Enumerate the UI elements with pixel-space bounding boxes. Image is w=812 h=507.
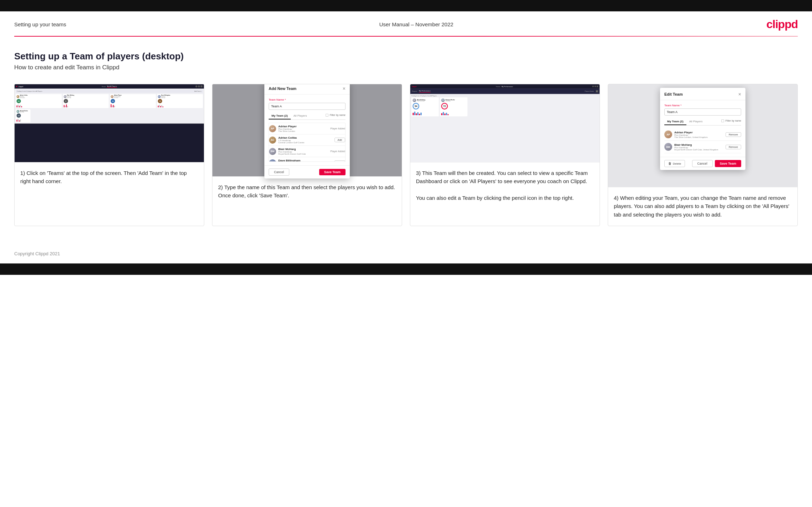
player-detail-1b: The Shire London	[278, 130, 328, 132]
modal-4-close-icon[interactable]: ×	[738, 91, 741, 97]
sc3-icon-2	[595, 86, 596, 87]
modal-4-header: Edit Team ×	[660, 88, 745, 100]
sc3-nav-teams: Teams	[496, 86, 500, 87]
card-3-text: 3) This Team will then be created. You c…	[410, 162, 600, 226]
player-item-4: DB Dave Billingham 3.5 Handicap The Dog …	[269, 157, 345, 162]
sc1-bars-4	[158, 104, 202, 107]
sc3-subnav: Players My Performance Players Details ✏	[410, 89, 600, 94]
modal-tabs: My Team (2) All Players Filter by name	[269, 113, 346, 120]
remove-player-1-button[interactable]: Remove	[726, 132, 741, 137]
sc3-topbar: clippd Teams My Performance	[410, 84, 600, 89]
sc3-player-cards: BM Blair McHarg Plus Handicap 94	[411, 97, 599, 116]
edit-player-name-2: Blair McHarg	[674, 143, 723, 146]
sc1-player-3: AP Adrian Player Plus Handicap The Shire…	[110, 94, 156, 108]
sc3-bars-left	[413, 110, 438, 115]
main-content: Setting up a Team of players (desktop) H…	[0, 37, 812, 244]
sc1-bars-3	[111, 104, 155, 107]
filter-4-label: Filter by name	[726, 119, 741, 122]
player-avatar-1: AP	[269, 125, 276, 132]
cards-row: clippd Home My All Players Fin	[14, 84, 798, 226]
modal-close-icon[interactable]: ×	[343, 86, 346, 91]
sc3-icon-1	[592, 86, 594, 87]
player-name-3: Blair McHarg	[278, 148, 328, 151]
clippd-logo: clippd	[766, 18, 798, 31]
sc1-player-2: BM Blair McHarg Handicap Golf Club 0	[63, 94, 109, 108]
player-info-1: Adrian Player Plus Handicap The Shire Lo…	[278, 125, 328, 132]
tab-all-players[interactable]: All Players	[291, 113, 310, 119]
page-subtitle: How to create and edit Teams in Clippd	[14, 64, 798, 71]
cancel-button[interactable]: Cancel	[269, 169, 289, 176]
card-3: clippd Teams My Performance	[410, 84, 600, 226]
player-status-1: Player Added	[330, 127, 345, 130]
sc1-avatar-2: BM	[64, 95, 67, 98]
player-avatar-2: AC	[269, 137, 276, 144]
nav-home: Home	[102, 86, 106, 87]
tab-my-team[interactable]: My Team (2)	[269, 113, 291, 119]
edit-player-item-1: AP Adrian Player Plus Handicap The Shire…	[664, 128, 741, 141]
delete-button[interactable]: 🗑 Delete	[664, 160, 685, 167]
sc1-score-2: 0	[64, 99, 68, 103]
save-team-button-4[interactable]: Save Team	[715, 160, 741, 167]
edit-team-modal: Edit Team × Team Name * My Team (2) All …	[660, 88, 745, 170]
add-player-2-button[interactable]: Add	[334, 138, 345, 142]
modal-4-footer: 🗑 Delete Cancel Save Team	[660, 157, 745, 170]
nav-logo: clippd	[19, 86, 23, 87]
player-item-2: AC Adrian Coliba 1.5 Handicap Central Lo…	[269, 134, 345, 146]
header: Setting up your teams User Manual – Nove…	[0, 11, 812, 36]
player-item-3: BM Blair McHarg Plus Handicap Royal Nort…	[269, 146, 345, 157]
sc1-avatar-1: AC	[17, 95, 20, 98]
top-bar	[0, 0, 812, 11]
filter-4-checkbox[interactable]	[721, 119, 724, 122]
player-status-3: Player Added	[330, 150, 345, 153]
sc1-avatar-5: RB	[17, 110, 20, 113]
sc3-bars-right	[441, 110, 466, 115]
sc3-nav-item-1: Players	[412, 90, 417, 92]
sc3-filter-label: Players Details	[585, 91, 594, 92]
page-footer: Copyright Clippd 2021	[0, 244, 812, 263]
copyright-text: Copyright Clippd 2021	[14, 251, 60, 256]
player-info-2: Adrian Coliba 1.5 Handicap Central Londo…	[278, 136, 332, 144]
sc3-pencil-icon: ✏	[596, 90, 599, 93]
team-name-input[interactable]	[269, 103, 346, 110]
sc1-score-5: 72	[17, 113, 21, 118]
sc3-player-left: BM Blair McHarg Plus Handicap 94	[411, 97, 439, 116]
remove-player-2-button[interactable]: Remove	[726, 145, 741, 149]
sc3-icon-3	[597, 86, 598, 87]
cancel-button-4[interactable]: Cancel	[692, 160, 713, 167]
team-name-label: Team Name *	[269, 98, 346, 101]
filter-4-by-name: Filter by name	[721, 119, 741, 122]
sc1-score-3: 94	[111, 99, 115, 103]
sc3-nav-item-2: My Performance	[419, 90, 431, 92]
modal-header: Add New Team ×	[264, 84, 350, 95]
sc3-score-left: 94	[413, 103, 420, 110]
filter-bar: Finding 4 out of 4 players from All Play…	[16, 90, 203, 93]
card-1-screenshot: clippd Home My All Players Fin	[15, 84, 204, 162]
sc1-player-5: RB Richard Butler Handicap 72	[16, 109, 30, 122]
player-avatar-4: DB	[269, 159, 276, 162]
nav-icon-1	[195, 85, 197, 87]
tab-4-my-team[interactable]: My Team (2)	[664, 118, 686, 125]
save-team-button[interactable]: Save Team	[319, 169, 346, 175]
card-2-screenshot: Add New Team × Team Name * My Team (2) A…	[212, 84, 402, 177]
sc3-logo: clippd	[412, 86, 416, 87]
card-4-screenshot: Edit Team × Team Name * My Team (2) All …	[608, 84, 797, 187]
bottom-bar	[0, 263, 812, 275]
team-name-input-4[interactable]	[664, 108, 741, 116]
edit-player-name-1: Adrian Player	[674, 131, 723, 134]
sc3-player-right: RB Richard Butler Handicap 72	[440, 97, 468, 116]
add-player-4-button[interactable]: Add	[334, 160, 345, 162]
card-1-text: 1) Click on 'Teams' at the top of the sc…	[15, 162, 204, 226]
filter-label: Filter by name	[330, 114, 346, 116]
edit-player-avatar-1: AP	[664, 130, 672, 138]
card-4: Edit Team × Team Name * My Team (2) All …	[608, 84, 798, 226]
tab-4-all-players[interactable]: All Players	[686, 118, 706, 125]
modal-footer: Cancel Save Team	[264, 165, 350, 178]
sc3-player-detail-left: Plus Handicap	[417, 100, 426, 101]
player-detail-2b: Central London Golf Centre	[278, 142, 332, 144]
nav-icon-2	[198, 85, 200, 87]
sc3-filter-bar: Finding 4 out of 4 players from All Play…	[411, 95, 599, 97]
filter-checkbox[interactable]	[326, 114, 328, 117]
edit-player-info-1: Adrian Player Plus Handicap The Shire Lo…	[674, 131, 723, 138]
player-name-2: Adrian Coliba	[278, 136, 332, 139]
sc3-player-detail-right: Handicap	[445, 100, 455, 101]
